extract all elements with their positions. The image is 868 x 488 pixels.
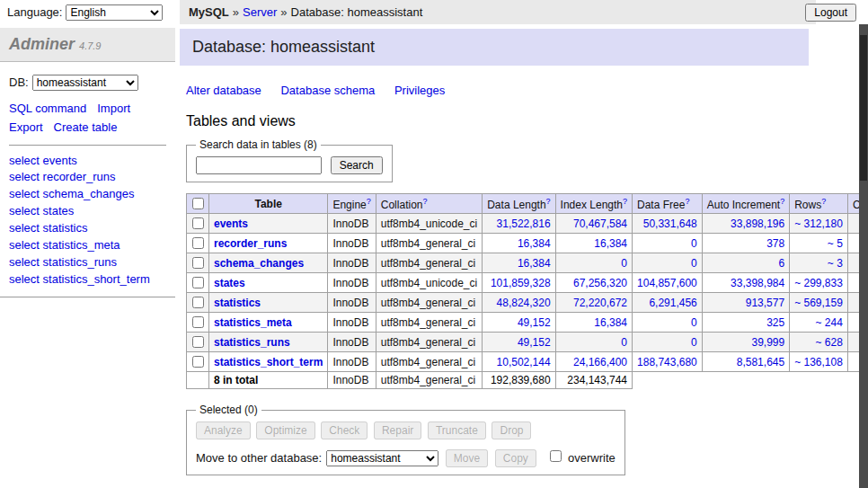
data-length-link[interactable]: 49,152 [518, 316, 551, 329]
index-length-link[interactable]: 16,384 [594, 316, 627, 329]
search-button[interactable]: Search [331, 156, 383, 174]
move-button[interactable]: Move [446, 449, 488, 467]
data-length-link[interactable]: 16,384 [518, 237, 551, 250]
row-checkbox[interactable] [192, 336, 204, 348]
copy-button[interactable]: Copy [495, 449, 536, 467]
data-free-link[interactable]: 0 [691, 316, 697, 329]
sidebar-export-link[interactable]: Export [9, 120, 43, 134]
sidebar-item-select-statistics[interactable]: select statistics [9, 220, 166, 237]
table-name-link[interactable]: statistics_runs [214, 336, 290, 349]
select-all-checkbox[interactable] [192, 198, 204, 209]
rows-link[interactable]: ~ 312,180 [794, 217, 843, 230]
privileges-link[interactable]: Privileges [394, 84, 445, 97]
data-free-link[interactable]: 0 [691, 336, 697, 349]
rows-link[interactable]: ~ 5 [828, 237, 843, 250]
database-schema-link[interactable]: Database schema [280, 84, 375, 97]
help-link[interactable]: ? [367, 197, 371, 206]
data-length-link[interactable]: 101,859,328 [491, 277, 551, 289]
data-free-link[interactable]: 0 [691, 237, 697, 250]
help-link[interactable]: ? [623, 197, 627, 206]
sidebar-item-select-statistics-short-term[interactable]: select statistics_short_term [9, 271, 166, 288]
index-length-link[interactable]: 16,384 [594, 237, 627, 250]
data-length-link[interactable]: 31,522,816 [497, 217, 551, 230]
row-checkbox[interactable] [192, 356, 204, 368]
index-length-link[interactable]: 67,256,320 [573, 277, 627, 289]
auto-increment-link[interactable]: 325 [766, 316, 784, 329]
data-free-link[interactable]: 50,331,648 [643, 217, 697, 230]
truncate-button[interactable]: Truncate [428, 421, 486, 439]
index-length-link[interactable]: 0 [621, 336, 627, 349]
table-row: statisticsInnoDButf8mb4_general_ci48,824… [187, 293, 860, 313]
check-button[interactable]: Check [321, 421, 368, 439]
breadcrumb-server-link[interactable]: Server [243, 5, 277, 19]
sidebar-item-select-statistics-meta[interactable]: select statistics_meta [9, 237, 166, 254]
rows-link[interactable]: ~ 299,833 [794, 277, 843, 289]
repair-button[interactable]: Repair [374, 421, 421, 439]
analyze-button[interactable]: Analyze [196, 421, 251, 439]
logout-button[interactable]: Logout [805, 4, 856, 22]
rows-link[interactable]: ~ 628 [816, 336, 843, 349]
vertical-scrollbar[interactable] [859, 24, 868, 488]
sidebar-item-select-statistics-runs[interactable]: select statistics_runs [9, 254, 166, 271]
table-name-link[interactable]: events [214, 217, 248, 230]
sidebar-item-select-recorder-runs[interactable]: select recorder_runs [9, 169, 166, 186]
table-name-link[interactable]: statistics_meta [214, 316, 292, 329]
index-length-link[interactable]: 70,467,584 [573, 217, 627, 230]
scrollbar-thumb[interactable] [860, 35, 867, 181]
table-name-link[interactable]: statistics_short_term [214, 356, 323, 368]
row-checkbox[interactable] [192, 237, 204, 249]
data-free-link[interactable]: 0 [691, 257, 697, 270]
auto-increment-link[interactable]: 33,398,984 [731, 277, 784, 289]
auto-increment-link[interactable]: 39,999 [751, 336, 784, 349]
sidebar-create-table-link[interactable]: Create table [54, 120, 118, 134]
auto-increment-link[interactable]: 8,581,645 [737, 356, 784, 368]
row-checkbox[interactable] [192, 217, 204, 229]
rows-link[interactable]: ~ 244 [816, 316, 843, 329]
sidebar-item-select-schema-changes[interactable]: select schema_changes [9, 186, 166, 203]
sidebar-item-select-states[interactable]: select states [9, 203, 166, 220]
optimize-button[interactable]: Optimize [256, 421, 314, 439]
alter-database-link[interactable]: Alter database [186, 84, 261, 97]
row-checkbox[interactable] [192, 257, 204, 269]
auto-increment-link[interactable]: 33,898,196 [731, 217, 784, 230]
sidebar-import-link[interactable]: Import [97, 102, 130, 115]
move-database-select[interactable]: homeassistant [326, 450, 438, 466]
data-length-link[interactable]: 10,502,144 [497, 356, 551, 368]
search-input[interactable] [196, 156, 322, 174]
help-link[interactable]: ? [821, 197, 826, 206]
index-length-link[interactable]: 72,220,672 [573, 297, 627, 309]
data-free-link[interactable]: 104,857,600 [637, 277, 697, 289]
language-select[interactable]: English [66, 4, 163, 21]
rows-link[interactable]: ~ 136,108 [794, 356, 843, 368]
help-link[interactable]: ? [546, 197, 551, 206]
table-name-link[interactable]: schema_changes [214, 257, 304, 270]
auto-increment-link[interactable]: 913,577 [746, 297, 784, 309]
overwrite-checkbox[interactable] [550, 450, 562, 462]
collation-cell: utf8mb4_general_ci [376, 333, 482, 352]
index-length-link[interactable]: 24,166,400 [573, 356, 627, 368]
rows-link[interactable]: ~ 3 [828, 257, 843, 270]
index-length-link[interactable]: 0 [621, 257, 627, 270]
table-name-link[interactable]: statistics [214, 297, 261, 309]
data-length-link[interactable]: 48,824,320 [497, 297, 551, 309]
rows-link[interactable]: ~ 569,159 [794, 297, 843, 309]
data-length-link[interactable]: 16,384 [518, 257, 551, 270]
breadcrumb-mysql-link[interactable]: MySQL [189, 5, 229, 19]
data-free-link[interactable]: 188,743,680 [637, 356, 697, 368]
help-link[interactable]: ? [780, 197, 784, 206]
table-name-link[interactable]: recorder_runs [214, 237, 287, 250]
help-link[interactable]: ? [685, 197, 689, 206]
auto-increment-link[interactable]: 378 [766, 237, 784, 250]
auto-increment-link[interactable]: 6 [778, 257, 784, 270]
drop-button[interactable]: Drop [492, 421, 531, 439]
sidebar-item-select-events[interactable]: select events [9, 153, 166, 170]
data-length-link[interactable]: 49,152 [518, 336, 551, 349]
row-checkbox[interactable] [192, 297, 204, 308]
data-free-link[interactable]: 6,291,456 [649, 297, 696, 309]
db-select[interactable]: homeassistant [32, 75, 138, 91]
help-link[interactable]: ? [422, 197, 427, 206]
table-name-link[interactable]: states [214, 277, 245, 289]
row-checkbox[interactable] [192, 277, 204, 288]
row-checkbox[interactable] [192, 316, 204, 328]
sidebar-sql-command-link[interactable]: SQL command [9, 102, 86, 115]
